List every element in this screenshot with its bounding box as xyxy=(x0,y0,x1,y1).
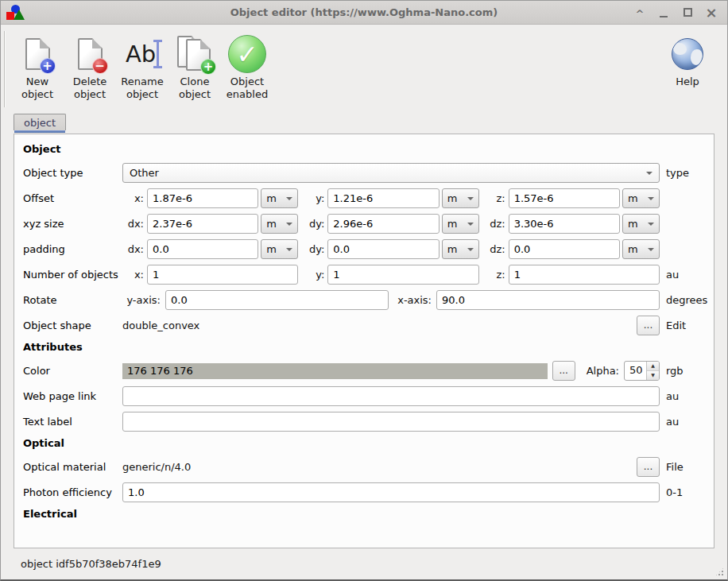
color-swatch[interactable]: 176 176 176 xyxy=(122,363,548,379)
count-z-sublabel: z: xyxy=(484,269,505,281)
offset-label: Offset xyxy=(23,192,122,204)
check-circle-icon: ✓ xyxy=(228,35,266,73)
object-shape-browse-button[interactable]: ... xyxy=(637,316,660,335)
close-icon[interactable]: × xyxy=(703,5,719,21)
padding-dz-input[interactable] xyxy=(509,239,620,259)
count-y-input[interactable] xyxy=(327,265,478,285)
rotate-y-axis-sublabel: y-axis: xyxy=(122,294,161,306)
optical-material-label: Optical material xyxy=(23,461,122,473)
number-of-objects-unit: au xyxy=(660,269,711,281)
plus-badge-icon: + xyxy=(40,58,56,74)
alpha-spinner[interactable]: 50 ▲ ▼ xyxy=(624,361,660,381)
rotate-row: Rotate y-axis: x-axis: degrees xyxy=(23,290,711,310)
object-enabled-label: Object enabled xyxy=(227,76,268,101)
alpha-label: Alpha: xyxy=(587,365,619,377)
object-shape-unit: Edit xyxy=(660,320,711,331)
color-picker-button[interactable]: ... xyxy=(552,361,575,381)
xyz-size-dx-input[interactable] xyxy=(147,214,258,234)
offset-x-input[interactable] xyxy=(147,188,258,208)
object-type-row: Object type Other type xyxy=(23,163,711,183)
object-type-select[interactable]: Other xyxy=(122,163,660,183)
object-type-label: Object type xyxy=(23,167,122,179)
padding-dx-input[interactable] xyxy=(147,239,258,259)
xyz-size-dx-unit-select[interactable]: m xyxy=(261,214,298,234)
rotate-y-axis-input[interactable] xyxy=(165,290,389,310)
chevron-down-icon xyxy=(648,197,654,203)
offset-y-unit-select[interactable]: m xyxy=(442,188,479,208)
spin-up-icon[interactable]: ▲ xyxy=(647,362,659,371)
shade-icon[interactable]: ^ xyxy=(632,5,648,21)
xyz-size-dz-input[interactable] xyxy=(509,214,620,234)
offset-z-input[interactable] xyxy=(509,188,620,208)
padding-dy-input[interactable] xyxy=(327,239,439,259)
clone-object-label: Clone object xyxy=(179,76,211,101)
rename-ab-glyph: Ab xyxy=(126,41,156,68)
tab-object[interactable]: object xyxy=(14,114,66,130)
offset-x-sublabel: x: xyxy=(122,192,144,204)
text-label-row: Text label au xyxy=(23,412,711,432)
count-x-sublabel: x: xyxy=(122,269,144,281)
photon-efficiency-input[interactable] xyxy=(122,482,660,502)
number-of-objects-label: Number of objects xyxy=(23,269,122,281)
text-label-label: Text label xyxy=(23,416,122,428)
rename-object-button[interactable]: Ab Rename object xyxy=(117,31,168,103)
text-label-input[interactable] xyxy=(122,412,660,432)
rotate-unit: degrees xyxy=(660,294,711,306)
window-title: Object editor (https://www.Oghma-Nano.co… xyxy=(1,6,727,18)
offset-row: Offset x: m y: m z: m xyxy=(23,188,711,208)
minimize-icon[interactable] xyxy=(656,5,672,21)
padding-dy-unit-select[interactable]: m xyxy=(442,239,479,259)
xyz-size-dz-unit-select[interactable]: m xyxy=(622,214,660,234)
resize-grip[interactable] xyxy=(714,567,725,577)
object-enabled-toggle[interactable]: ✓ Object enabled xyxy=(222,31,273,103)
plus-badge-icon: + xyxy=(200,59,216,75)
chevron-down-icon xyxy=(467,197,474,203)
rotate-x-axis-input[interactable] xyxy=(436,290,660,310)
xyz-size-dy-unit-select[interactable]: m xyxy=(442,214,479,234)
globe-icon xyxy=(672,38,703,70)
chevron-down-icon xyxy=(646,172,652,178)
color-unit: rgb xyxy=(660,365,711,377)
count-x-input[interactable] xyxy=(147,265,298,285)
tab-bar: object xyxy=(14,114,727,134)
new-object-button[interactable]: + New object xyxy=(12,31,63,103)
offset-x-unit-select[interactable]: m xyxy=(261,188,298,208)
padding-dx-unit-select[interactable]: m xyxy=(261,239,298,259)
spin-down-icon[interactable]: ▼ xyxy=(647,371,659,380)
optical-material-unit: File xyxy=(660,461,711,473)
count-z-input[interactable] xyxy=(509,265,660,285)
section-heading-attributes: Attributes xyxy=(23,341,711,353)
object-shape-row: Object shape double_convex ... Edit xyxy=(23,316,711,335)
rename-object-label: Rename object xyxy=(121,76,163,101)
photon-efficiency-unit: 0-1 xyxy=(660,486,711,498)
web-page-link-input[interactable] xyxy=(122,386,660,406)
status-bar: object idf5b70f38eb74f1e9 xyxy=(1,548,727,579)
chevron-down-icon xyxy=(467,248,474,254)
rotate-label: Rotate xyxy=(23,294,122,306)
xyz-size-dz-sublabel: dz: xyxy=(484,218,505,230)
clone-documents-icon: + xyxy=(177,36,212,72)
object-shape-label: Object shape xyxy=(23,320,122,331)
optical-material-browse-button[interactable]: ... xyxy=(637,457,660,477)
clone-object-button[interactable]: + Clone object xyxy=(169,31,220,103)
xyz-size-dy-input[interactable] xyxy=(327,214,439,234)
chevron-down-icon xyxy=(286,248,292,254)
xyz-size-label: xyz size xyxy=(23,218,122,230)
delete-object-button[interactable]: − Delete object xyxy=(64,31,115,103)
offset-y-input[interactable] xyxy=(327,188,439,208)
chevron-down-icon xyxy=(286,197,292,203)
number-of-objects-row: Number of objects x: y: z: au xyxy=(23,265,711,285)
titlebar[interactable]: Object editor (https://www.Oghma-Nano.co… xyxy=(1,1,727,25)
chevron-down-icon xyxy=(648,223,654,229)
padding-dx-sublabel: dx: xyxy=(122,243,144,255)
web-page-link-unit: au xyxy=(660,390,711,402)
maximize-icon[interactable] xyxy=(680,5,695,21)
chevron-down-icon xyxy=(286,223,292,229)
web-page-link-label: Web page link xyxy=(23,390,122,402)
help-button[interactable]: Help xyxy=(662,31,713,90)
padding-dz-unit-select[interactable]: m xyxy=(622,239,660,259)
object-editor-window: Object editor (https://www.Oghma-Nano.co… xyxy=(0,0,728,581)
rename-icon: Ab xyxy=(126,33,159,76)
offset-y-sublabel: y: xyxy=(303,192,324,204)
offset-z-unit-select[interactable]: m xyxy=(622,188,660,208)
